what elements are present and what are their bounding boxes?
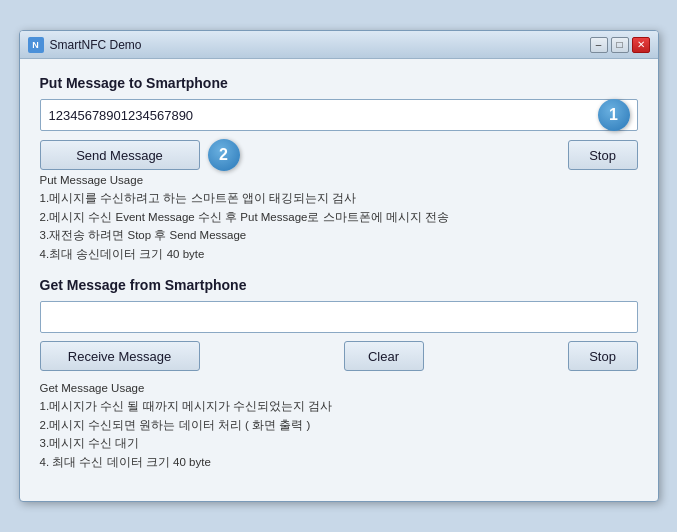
put-usage-title: Put Message Usage	[40, 171, 638, 189]
content-area: Put Message to Smartphone 1 Send Message…	[20, 59, 658, 501]
put-message-section: Put Message to Smartphone 1 Send Message…	[40, 75, 638, 263]
badge-1: 1	[598, 99, 630, 131]
get-section-title: Get Message from Smartphone	[40, 277, 638, 293]
window-title: SmartNFC Demo	[50, 38, 142, 52]
put-usage-line-1: 1.메시지를 수신하려고 하는 스마트폰 앱이 태깅되는지 검사	[40, 189, 638, 207]
restore-button[interactable]: □	[611, 37, 629, 53]
put-usage-text: Put Message Usage 1.메시지를 수신하려고 하는 스마트폰 앱…	[40, 171, 638, 263]
get-message-input[interactable]	[40, 301, 638, 333]
main-window: N SmartNFC Demo – □ ✕ Put Message to Sma…	[19, 30, 659, 502]
title-bar: N SmartNFC Demo – □ ✕	[20, 31, 658, 59]
get-usage-line-2: 2.메시지 수신되면 원하는 데이터 처리 ( 화면 출력 )	[40, 416, 638, 434]
get-usage-line-3: 3.메시지 수신 대기	[40, 434, 638, 452]
get-button-row: Receive Message Clear Stop	[40, 341, 638, 371]
put-input-row: 1	[40, 99, 638, 139]
badge-2: 2	[208, 139, 240, 171]
clear-button[interactable]: Clear	[344, 341, 424, 371]
get-usage-title: Get Message Usage	[40, 379, 638, 397]
get-usage-text: Get Message Usage 1.메시지가 수신 될 때까지 메시지가 수…	[40, 379, 638, 471]
get-stop-button[interactable]: Stop	[568, 341, 638, 371]
app-icon: N	[28, 37, 44, 53]
receive-message-button[interactable]: Receive Message	[40, 341, 200, 371]
put-message-input[interactable]	[40, 99, 638, 131]
minimize-button[interactable]: –	[590, 37, 608, 53]
put-usage-line-2: 2.메시지 수신 Event Message 수신 후 Put Message로…	[40, 208, 638, 226]
get-message-section: Get Message from Smartphone Receive Mess…	[40, 277, 638, 471]
title-bar-left: N SmartNFC Demo	[28, 37, 142, 53]
put-usage-line-3: 3.재전송 하려면 Stop 후 Send Message	[40, 226, 638, 244]
close-button[interactable]: ✕	[632, 37, 650, 53]
put-stop-button[interactable]: Stop	[568, 140, 638, 170]
put-usage-line-4: 4.최대 송신데이터 크기 40 byte	[40, 245, 638, 263]
send-message-button[interactable]: Send Message	[40, 140, 200, 170]
get-usage-line-4: 4. 최대 수신 데이터 크기 40 byte	[40, 453, 638, 471]
get-usage-line-1: 1.메시지가 수신 될 때까지 메시지가 수신되었는지 검사	[40, 397, 638, 415]
window-controls: – □ ✕	[590, 37, 650, 53]
send-button-row: Send Message 2 Stop	[40, 139, 638, 171]
put-section-title: Put Message to Smartphone	[40, 75, 638, 91]
